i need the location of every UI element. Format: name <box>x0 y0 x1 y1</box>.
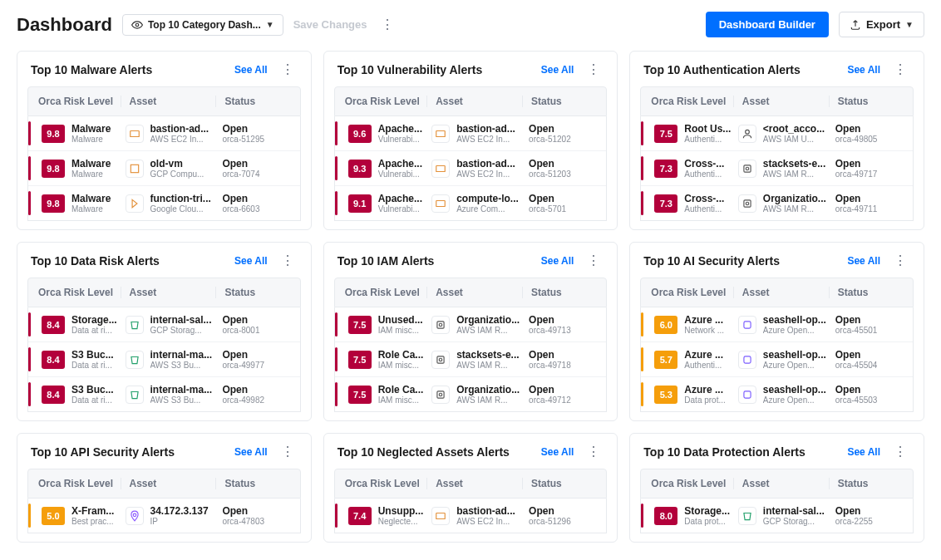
table-row[interactable]: 9.6Apache...Vulnerabi...bastion-ad...AWS… <box>335 116 607 150</box>
card-more-menu[interactable]: ⋮ <box>584 63 604 76</box>
risk-name: Storage... <box>71 314 117 326</box>
table-row[interactable]: 9.1Apache...Vulnerabi...compute-lo...Azu… <box>335 185 607 220</box>
table-row[interactable]: 7.4Unsupp...Neglecte...bastion-ad...AWS … <box>335 499 607 533</box>
asset-cell: stacksets-e...AWS IAM R... <box>426 349 522 370</box>
card-more-menu[interactable]: ⋮ <box>890 254 910 268</box>
status-label: Open <box>835 193 906 204</box>
svg-point-6 <box>746 130 750 134</box>
dashboard-selector[interactable]: Top 10 Category Dash... ▼ <box>122 14 283 36</box>
see-all-link[interactable]: See All <box>234 64 268 76</box>
header-more-menu[interactable]: ⋮ <box>377 18 397 32</box>
col-risk-header: Orca Risk Level <box>35 287 121 298</box>
severity-bar <box>28 191 31 215</box>
asset-type: AWS EC2 In... <box>456 135 515 144</box>
table-row[interactable]: 9.8MalwareMalwarebastion-ad...AWS EC2 In… <box>28 116 300 150</box>
see-all-link[interactable]: See All <box>847 64 880 76</box>
table-row[interactable]: 7.3Cross-...Authenti...Organizatio...AWS… <box>641 185 913 220</box>
asset-type-icon <box>126 125 144 143</box>
table-row[interactable]: 7.5Role Ca...IAM misc...Organizatio...AW… <box>335 376 607 411</box>
table-row[interactable]: 8.4S3 Buc...Data at ri...internal-ma...A… <box>28 341 300 376</box>
risk-cell: 7.5Role Ca...IAM misc... <box>342 384 427 405</box>
severity-bar <box>335 191 337 215</box>
severity-bar <box>641 382 643 406</box>
table-row[interactable]: 9.3Apache...Vulnerabi...bastion-ad...AWS… <box>335 150 607 185</box>
card-more-menu[interactable]: ⋮ <box>890 445 910 459</box>
status-cell: Openorca-49718 <box>522 349 599 370</box>
see-all-link[interactable]: See All <box>847 446 880 458</box>
risk-cell: 9.3Apache...Vulnerabi... <box>342 158 427 179</box>
status-label: Open <box>529 349 599 361</box>
status-label: Open <box>222 314 293 326</box>
risk-category: Vulnerabi... <box>378 169 422 179</box>
col-asset-header: Asset <box>733 287 829 298</box>
card-more-menu[interactable]: ⋮ <box>278 254 298 268</box>
asset-type-icon <box>431 386 450 404</box>
table-row[interactable]: 7.5Root Us...Authenti...<root_acco...AWS… <box>641 116 913 150</box>
export-button[interactable]: Export ▼ <box>839 12 924 37</box>
risk-cell: 9.8MalwareMalware <box>35 193 121 214</box>
risk-score-badge: 7.3 <box>654 194 677 213</box>
table-row[interactable]: 7.5Unused...IAM misc...Organizatio...AWS… <box>335 307 607 341</box>
risk-score-badge: 9.8 <box>42 125 65 143</box>
asset-type-icon <box>431 125 450 143</box>
severity-bar <box>641 347 643 371</box>
risk-name: Role Ca... <box>378 349 424 361</box>
see-all-link[interactable]: See All <box>541 255 574 267</box>
alert-card: Top 10 Authentication AlertsSee All⋮Orca… <box>629 51 924 230</box>
status-cell: Openorca-2255 <box>829 505 906 526</box>
severity-bar <box>641 191 643 215</box>
risk-category: Malware <box>71 169 111 179</box>
export-label: Export <box>866 18 900 31</box>
card-more-menu[interactable]: ⋮ <box>278 445 298 459</box>
risk-name: Azure ... <box>684 384 725 395</box>
risk-score-badge: 6.0 <box>654 316 677 334</box>
see-all-link[interactable]: See All <box>541 64 574 76</box>
card-more-menu[interactable]: ⋮ <box>584 445 604 459</box>
status-label: Open <box>529 314 599 326</box>
status-id: orca-49982 <box>222 395 293 405</box>
asset-name: bastion-ad... <box>456 158 515 169</box>
risk-score-badge: 7.5 <box>348 351 372 369</box>
card-more-menu[interactable]: ⋮ <box>890 63 910 76</box>
risk-category: Vulnerabi... <box>378 204 422 214</box>
table-row[interactable]: 8.4Storage...Data at ri...internal-sal..… <box>28 307 300 341</box>
asset-cell: internal-sal...GCP Storag... <box>121 314 216 335</box>
save-changes-button[interactable]: Save Changes <box>293 18 367 31</box>
svg-rect-15 <box>437 391 444 397</box>
table-header: Orca Risk LevelAssetStatus <box>640 86 914 116</box>
status-label: Open <box>222 349 293 361</box>
asset-cell: internal-ma...AWS S3 Bu... <box>121 384 216 405</box>
status-id: orca-45503 <box>835 395 906 405</box>
chevron-down-icon: ▼ <box>905 20 914 29</box>
col-status-header: Status <box>522 287 599 298</box>
asset-type-icon <box>738 386 756 404</box>
table-row[interactable]: 5.7Azure ...Authenti...seashell-op...Azu… <box>641 341 913 376</box>
card-more-menu[interactable]: ⋮ <box>278 63 298 76</box>
table-row[interactable]: 9.8MalwareMalwareold-vmGCP Compu...Openo… <box>28 150 300 185</box>
asset-name: internal-sal... <box>150 314 212 326</box>
see-all-link[interactable]: See All <box>847 255 880 267</box>
table-row[interactable]: 9.8MalwareMalwarefunction-tri...Google C… <box>28 185 300 220</box>
table-row[interactable]: 8.0Storage...Data prot...internal-sal...… <box>641 499 913 533</box>
asset-cell: internal-sal...GCP Storag... <box>733 505 829 526</box>
see-all-link[interactable]: See All <box>541 446 574 458</box>
table-row[interactable]: 5.0X-Fram...Best prac...34.172.3.137IPOp… <box>28 499 300 533</box>
risk-name: Cross-... <box>684 158 724 169</box>
table-row[interactable]: 5.3Azure ...Data prot...seashell-op...Az… <box>641 376 913 411</box>
asset-type-icon <box>431 160 450 178</box>
risk-cell: 8.4Storage...Data at ri... <box>35 314 121 335</box>
see-all-link[interactable]: See All <box>234 446 268 458</box>
card-more-menu[interactable]: ⋮ <box>584 254 604 268</box>
see-all-link[interactable]: See All <box>234 255 268 267</box>
table-row[interactable]: 7.3Cross-...Authenti...stacksets-e...AWS… <box>641 150 913 185</box>
dashboard-builder-button[interactable]: Dashboard Builder <box>706 12 829 37</box>
table-row[interactable]: 7.5Role Ca...IAM misc...stacksets-e...AW… <box>335 341 607 376</box>
risk-name: Root Us... <box>684 123 731 135</box>
asset-type-icon <box>431 351 450 369</box>
svg-point-12 <box>439 323 442 327</box>
asset-cell: Organizatio...AWS IAM R... <box>426 314 522 335</box>
asset-type: AWS EC2 In... <box>150 135 209 144</box>
table-row[interactable]: 8.4S3 Buc...Data at ri...internal-ma...A… <box>28 376 300 411</box>
risk-category: Malware <box>71 204 111 214</box>
table-row[interactable]: 6.0Azure ...Network ...seashell-op...Azu… <box>641 307 913 341</box>
